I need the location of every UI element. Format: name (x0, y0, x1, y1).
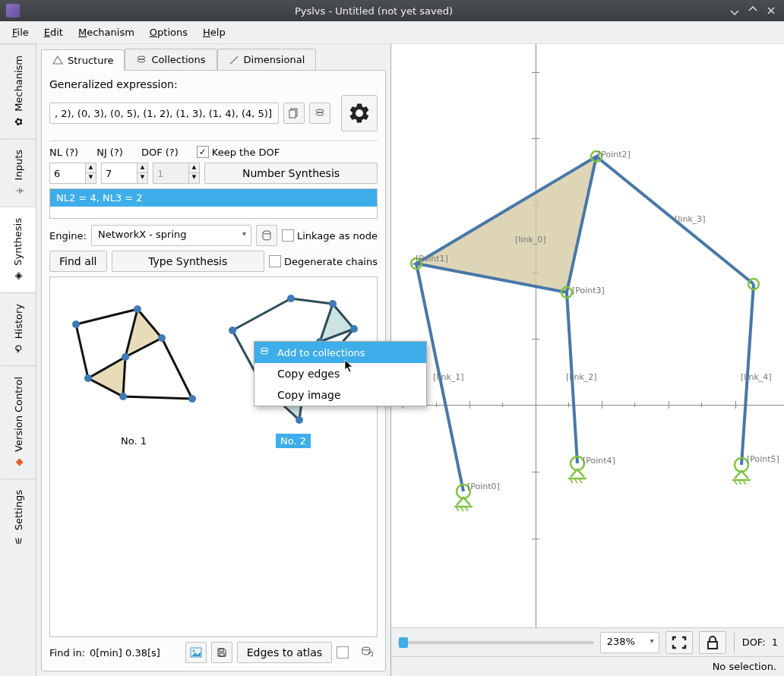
sidebar: ✿Mechanism ⏚Inputs ◈Synthesis ⟲History ◆… (0, 44, 36, 676)
svg-point-20 (188, 395, 196, 403)
point4-label: [Point4] (583, 456, 615, 466)
atlas-db-button[interactable] (356, 642, 378, 663)
window-title: Pyslvs - Untitled (not yet saved) (24, 5, 723, 17)
point5-label: [Point5] (747, 454, 779, 464)
stack-icon (315, 108, 325, 118)
number-synthesis-button[interactable]: Number Synthesis (204, 163, 378, 184)
lock-button[interactable] (699, 631, 726, 654)
svg-point-19 (119, 393, 127, 400)
menu-help[interactable]: Help (195, 24, 233, 41)
ruler-icon (229, 55, 239, 65)
atlas-checkbox[interactable] (337, 646, 349, 659)
svg-rect-39 (220, 653, 224, 656)
link4-label: [link_4] (741, 372, 772, 382)
maximize-button[interactable] (746, 4, 760, 17)
svg-line-11 (76, 324, 88, 378)
graph-results: No. 1 (49, 276, 378, 637)
menu-file[interactable]: File (5, 24, 36, 41)
menu-mechanism[interactable]: Mechanism (71, 24, 142, 41)
graph-2-label: No. 2 (276, 434, 311, 448)
save-button[interactable] (211, 642, 232, 663)
result-item-0[interactable]: NL2 = 4, NL3 = 2 (50, 189, 377, 207)
svg-point-15 (158, 334, 166, 342)
context-menu: Add to collections Copy edges Copy image (254, 341, 427, 406)
svg-line-13 (162, 338, 192, 399)
side-tab-synthesis[interactable]: ◈Synthesis (0, 207, 36, 292)
type-synthesis-button[interactable]: Type Synthesis (112, 251, 264, 272)
nj-label: NJ (?) (96, 147, 123, 158)
engine-db-button[interactable] (256, 225, 277, 246)
side-tab-version[interactable]: ◆Version Control (0, 365, 36, 479)
engine-dropdown[interactable]: NetworkX - spring (91, 225, 251, 246)
copy-expr-button[interactable] (283, 103, 305, 124)
expr-input[interactable] (49, 103, 279, 124)
point1-label: [Point1] (416, 254, 448, 264)
link0-label: [link_0] (515, 235, 546, 245)
keep-dof-checkbox[interactable]: Keep the DOF (197, 146, 280, 158)
side-tab-history[interactable]: ⟲History (0, 292, 36, 365)
svg-rect-4 (289, 110, 296, 118)
svg-point-14 (122, 353, 129, 361)
tab-dimensional[interactable]: Dimensional (217, 49, 317, 70)
side-tab-inputs[interactable]: ⏚Inputs (0, 138, 36, 207)
stack-icon (259, 346, 270, 357)
svg-point-66 (261, 348, 268, 351)
find-all-button[interactable]: Find all (49, 251, 107, 272)
ctx-copy-image[interactable]: Copy image (254, 384, 426, 406)
zoom-dropdown[interactable]: 238% (600, 632, 659, 653)
mechanism-svg (391, 44, 784, 629)
history-icon: ⟲ (13, 345, 24, 353)
dof-label-small: DOF (?) (141, 147, 179, 158)
synthesis-icon: ◈ (12, 272, 24, 280)
side-tab-settings[interactable]: ⚟Settings (0, 479, 36, 557)
stack-icon (136, 55, 147, 65)
link2-label: [link_2] (566, 372, 597, 382)
load-expr-button[interactable] (309, 103, 330, 124)
dof-label: DOF: (742, 637, 766, 648)
svg-point-32 (229, 327, 236, 334)
graph-item-1[interactable]: No. 1 (58, 285, 210, 629)
fit-button[interactable] (665, 631, 693, 654)
svg-line-24 (232, 299, 291, 330)
svg-point-67 (261, 351, 268, 354)
canvas-toolbar: 238% DOF: 1 (391, 627, 784, 656)
svg-point-7 (263, 231, 270, 234)
git-icon: ◆ (13, 459, 24, 466)
svg-point-28 (350, 325, 358, 333)
edges-to-atlas-button[interactable]: Edges to atlas (237, 642, 332, 663)
nl-spinbox[interactable]: ▲▼ (49, 163, 96, 184)
svg-point-37 (192, 650, 194, 652)
ctx-add-to-collections[interactable]: Add to collections (254, 342, 426, 363)
expand-icon (672, 636, 687, 649)
nj-spinbox[interactable]: ▲▼ (101, 163, 148, 184)
graph-1-label: No. 1 (116, 434, 151, 448)
svg-line-10 (76, 309, 138, 324)
image-button[interactable] (185, 642, 207, 663)
status-text: No selection. (713, 661, 776, 672)
panel-tabs: Structure Collections Dimensional (41, 49, 386, 70)
zoom-slider[interactable] (397, 641, 594, 644)
tab-structure[interactable]: Structure (41, 49, 125, 71)
mechanism-canvas[interactable]: [Point1] [Point2] [Point3] [Point0] [Poi… (391, 44, 784, 676)
close-button[interactable] (764, 4, 778, 17)
menu-options[interactable]: Options (142, 24, 195, 41)
minimize-button[interactable] (728, 4, 741, 17)
app-icon (6, 4, 20, 17)
tab-collections[interactable]: Collections (125, 49, 217, 70)
dof-spinbox[interactable]: ▲▼ (153, 163, 200, 184)
graph-item-2[interactable]: No. 2 (217, 285, 369, 629)
side-tab-mechanism[interactable]: ✿Mechanism (0, 44, 36, 138)
degenerate-checkbox[interactable]: Degenerate chains (269, 255, 378, 267)
link3-label: [link_3] (675, 214, 706, 224)
linkage-as-node-checkbox[interactable]: Linkage as node (282, 229, 378, 242)
point3-label: [Point3] (572, 286, 605, 295)
svg-line-12 (123, 396, 192, 399)
svg-point-40 (362, 647, 370, 650)
link1-label: [link_1] (433, 372, 464, 382)
structure-icon (52, 55, 63, 66)
result-list[interactable]: NL2 = 4, NL3 = 2 (49, 188, 378, 219)
menu-edit[interactable]: Edit (36, 24, 71, 41)
cog-icon: ✿ (13, 118, 24, 126)
config-button[interactable] (341, 95, 378, 131)
ctx-copy-edges[interactable]: Copy edges (254, 363, 426, 384)
